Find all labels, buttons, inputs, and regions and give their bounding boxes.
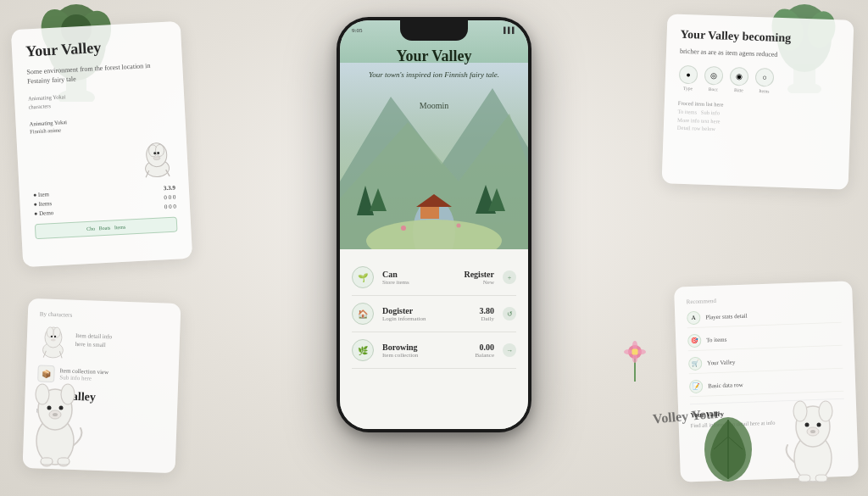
svg-point-70	[632, 348, 638, 355]
svg-rect-42	[420, 205, 439, 219]
svg-point-74	[632, 354, 637, 363]
card-br-rows: A Player stats detail 🎯 To items 🛒 Your …	[687, 304, 844, 397]
card-left-stats: ● Item 3.3.9 ● Items 0 0 0 ● Demo 0 0 0	[33, 185, 176, 218]
card-left-title: Your Valley	[25, 36, 169, 61]
card-tr-body: Froced item list here To items Sub info …	[677, 99, 837, 138]
card-left-btn[interactable]: Cho Boats Items	[35, 217, 178, 240]
phone-list-action-1[interactable]: +	[503, 270, 516, 284]
phone-hero-subtitle: Your town's inspired ion Finnish fairy t…	[357, 70, 511, 81]
svg-point-71	[624, 349, 632, 354]
card-left-body: Animating Yokaicharacters Animating Yoka…	[28, 87, 172, 136]
moomin-character-right	[783, 394, 843, 488]
svg-rect-57	[58, 458, 70, 465]
svg-point-50	[47, 406, 52, 410]
svg-point-45	[457, 224, 461, 228]
svg-point-44	[401, 226, 406, 231]
card-br-icon-1: A	[687, 311, 701, 326]
svg-point-73	[632, 341, 637, 349]
phone-list-icon-2: 🏠	[352, 303, 374, 325]
phone-screen: 9:05 ▌▌▌	[340, 20, 528, 429]
card-main-left: Your Valley Some environment from the fo…	[11, 21, 192, 267]
phone-battery: ▌▌▌	[504, 27, 516, 34]
card-br-icon-2: 🎯	[687, 334, 702, 348]
card-top-right: Your Valley becoming bricher as are as i…	[662, 14, 854, 190]
svg-point-51	[59, 406, 64, 410]
card-tr-title: Your Valley becoming	[680, 28, 839, 47]
phone: 9:05 ▌▌▌	[337, 17, 531, 432]
card-tr-icon-row: ● Type ◎ Bocc ◉ Bitte ○ Items	[678, 65, 838, 97]
phone-list-item-1: 🌱 Can Store items Register New +	[352, 259, 516, 296]
phone-list-text-2: Dogister Login information	[382, 306, 471, 322]
main-scene: Your Valley Some environment from the fo…	[0, 0, 868, 496]
phone-list-icon-1: 🌱	[352, 266, 374, 288]
svg-point-21	[153, 157, 160, 160]
plant-bottom-right	[698, 411, 758, 488]
card-left-subtitle: Some environment from the forest locatio…	[26, 60, 170, 86]
phone-hero-name: Moomin	[340, 101, 528, 110]
phone-hero: Your Valley Your town's inspired ion Fin…	[340, 20, 528, 249]
card-bl-header: By characters	[40, 310, 169, 321]
moomin-character-left	[25, 377, 85, 471]
svg-point-48	[36, 384, 49, 404]
svg-point-18	[155, 144, 164, 157]
card-left-buttons[interactable]: Cho Boats Items	[35, 217, 178, 240]
card-bl-moomin-row: Item detail infohere in small	[38, 320, 168, 362]
phone-time: 9:05	[352, 27, 362, 34]
phone-list-item-2: 🏠 Dogister Login information 3.80 Daily …	[352, 296, 516, 332]
card-br-icon-3: 🛒	[688, 357, 703, 371]
phone-hero-title: Your Valley	[340, 47, 528, 65]
card-tr-subtitle: bricher as are as item agens reduced	[680, 47, 839, 63]
svg-point-61	[819, 401, 832, 421]
svg-point-65	[810, 430, 815, 433]
svg-point-72	[637, 349, 646, 354]
svg-rect-66	[798, 475, 810, 482]
svg-rect-56	[41, 458, 53, 465]
card-left-moomin-sketch	[31, 136, 175, 186]
svg-rect-67	[815, 475, 827, 482]
phone-body: 9:05 ▌▌▌	[337, 17, 531, 432]
flower-decoration	[618, 335, 652, 386]
phone-list-action-3[interactable]: →	[503, 343, 516, 357]
svg-point-60	[793, 401, 807, 421]
hero-landscape	[340, 63, 528, 249]
phone-list-item-3: 🌿 Borowing Item collection 0.00 Balance …	[352, 332, 516, 369]
svg-point-26	[47, 327, 53, 337]
svg-point-63	[817, 423, 821, 427]
card-br-icon-4: 📝	[689, 380, 704, 394]
svg-point-62	[805, 423, 810, 427]
svg-point-49	[61, 384, 75, 404]
phone-list-icon-3: 🌿	[352, 339, 374, 361]
phone-list-text-1: Can Store items	[382, 270, 455, 286]
svg-point-53	[53, 413, 58, 416]
phone-status-bar: 9:05 ▌▌▌	[352, 24, 516, 37]
phone-list-text-3: Borowing Item collection	[382, 343, 466, 359]
phone-list: 🌱 Can Store items Register New + 🏠	[340, 249, 528, 429]
phone-list-action-2[interactable]: ↺	[503, 307, 516, 320]
